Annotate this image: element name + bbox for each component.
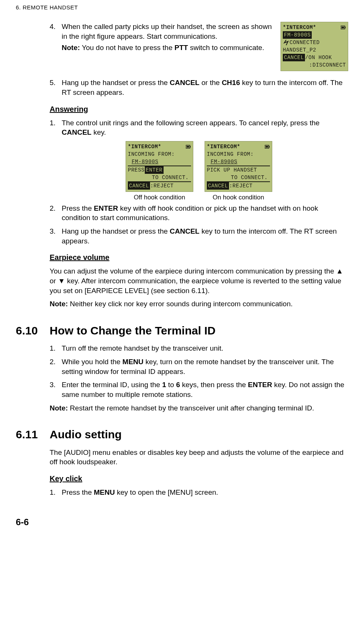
text: keys, then press the xyxy=(180,381,248,389)
step-number: 1. xyxy=(50,488,62,497)
text: key. xyxy=(91,128,106,136)
text: The control unit rings and the following… xyxy=(62,119,320,127)
lcd-title: *INTERCOM* xyxy=(128,143,161,150)
lcd-line: TO CONNECT. xyxy=(231,174,268,181)
answering-step-2-text: Press the ENTER key with off hook condit… xyxy=(62,204,348,223)
answering-heading: Answering xyxy=(50,104,348,114)
section-title: How to Change the Terminal ID xyxy=(50,323,215,339)
text: Press the xyxy=(62,488,94,496)
section-number: 6.10 xyxy=(16,323,50,339)
step-number: 3. xyxy=(50,226,62,246)
answering-step-1-text: The control unit rings and the following… xyxy=(62,118,348,137)
note-label: Note: xyxy=(62,44,80,52)
text: While you hold the xyxy=(62,358,123,366)
note-label: Note: xyxy=(50,404,68,412)
step-number: 2. xyxy=(50,357,62,376)
note-text-b: switch to communicate. xyxy=(188,44,264,52)
key-6: 6 xyxy=(176,381,180,389)
menu-key: MENU xyxy=(123,358,144,366)
running-header: 6. REMOTE HANDSET xyxy=(16,0,348,22)
lcd-line: INCOMING FROM: xyxy=(128,150,175,158)
lcd-foot-rest: /ON HOOK xyxy=(305,54,332,61)
s610-note: Note: Restart the remote handset by the … xyxy=(50,403,348,413)
lcd-title: *INTERCOM* xyxy=(283,24,316,31)
lcd-line1: FM-8900S xyxy=(283,31,312,39)
text: Press the xyxy=(62,204,94,212)
lcd-off-hook: *INTERCOM* INCOMING FROM: FM-8900S PRESS… xyxy=(126,141,193,192)
answering-step-1: 1. The control unit rings and the follow… xyxy=(50,118,348,137)
section-6-10-heading: 6.10 How to Change the Terminal ID xyxy=(16,323,348,339)
note-label: Note: xyxy=(50,300,68,308)
s610-step-1: 1. Turn off the remote handset by the tr… xyxy=(50,343,348,353)
answering-step-3: 3. Hang up the handset or press the CANC… xyxy=(50,226,348,246)
step-text: Press the MENU key to open the [MENU] sc… xyxy=(62,488,348,497)
cancel-key: CANCEL xyxy=(62,128,91,136)
svg-rect-2 xyxy=(341,27,344,28)
note-text: Neither key click nor key error sounds d… xyxy=(68,300,293,308)
text: or the xyxy=(199,79,221,87)
keyclick-heading: Key click xyxy=(50,474,348,484)
lcd-on-hook: *INTERCOM* INCOMING FROM: FM-8900S PICK … xyxy=(205,141,272,192)
step-number: 5. xyxy=(50,78,62,97)
note-text: Restart the remote handset by the transc… xyxy=(68,404,314,412)
zigzag-icon xyxy=(283,40,290,46)
step-number: 1. xyxy=(50,118,62,137)
lcd-line2: CONNECTED xyxy=(290,39,320,46)
svg-rect-5 xyxy=(187,146,189,147)
incoming-screens: *INTERCOM* INCOMING FROM: FM-8900S PRESS… xyxy=(50,141,348,202)
text: Hang up the handset or press the xyxy=(62,227,170,235)
lcd-line3: HANDSET_P2 xyxy=(283,46,316,54)
svg-rect-1 xyxy=(345,27,346,28)
svg-rect-8 xyxy=(265,146,268,147)
lcd-line: PRESS xyxy=(128,166,145,174)
battery-icon xyxy=(341,26,346,29)
lcd-line: TO CONNECT. xyxy=(152,174,189,181)
cancel-label: CANCEL xyxy=(128,182,150,190)
lcd-foot-inv: CANCEL xyxy=(283,54,305,61)
cancel-key: CANCEL xyxy=(170,227,199,235)
s610-step-3: 3. Enter the terminal ID, using the 1 to… xyxy=(50,380,348,399)
lcd-line: INCOMING FROM: xyxy=(207,150,254,158)
step-text: While you hold the MENU key, turn on the… xyxy=(62,357,348,376)
ptt-label: PTT xyxy=(174,44,188,52)
step-text: Enter the terminal ID, using the 1 to 6 … xyxy=(62,380,348,399)
section-number: 6.11 xyxy=(16,427,50,442)
earpiece-para: You can adjust the volume of the earpiec… xyxy=(50,266,348,295)
step-number: 3. xyxy=(50,380,62,399)
section-title: Audio setting xyxy=(50,427,122,442)
cancel-label: CANCEL xyxy=(207,182,229,190)
answering-step-3-text: Hang up the handset or press the CANCEL … xyxy=(62,226,348,246)
section-6-11-heading: 6.11 Audio setting xyxy=(16,427,348,442)
text: Enter the terminal ID, using the xyxy=(62,381,162,389)
cancel-key: CANCEL xyxy=(170,79,199,87)
lcd-connected: *INTERCOM* FM-8900S CONNECTED HANDSET_P2… xyxy=(281,22,348,71)
step-4: 4. When the called party picks up their … xyxy=(50,22,348,71)
earpiece-heading: Earpiece volume xyxy=(50,252,348,263)
lcd-foot2: :DISCONNECT xyxy=(309,61,346,69)
off-hook-caption: Off hook condition xyxy=(126,193,193,202)
step-text: Turn off the remote handset by the trans… xyxy=(62,343,348,353)
enter-label: ENTER xyxy=(145,166,164,174)
menu-key: MENU xyxy=(94,488,115,496)
lcd-title: *INTERCOM* xyxy=(207,143,240,150)
key-1: 1 xyxy=(162,381,166,389)
enter-key: ENTER xyxy=(94,204,118,212)
battery-icon xyxy=(265,145,270,149)
svg-rect-7 xyxy=(269,146,270,147)
page-number: 6-6 xyxy=(16,516,348,528)
step-5: 5. Hang up the handset or press the CANC… xyxy=(50,78,348,97)
note-text-a: You do not have to press the xyxy=(80,44,174,52)
text: Hang up the handset or press the xyxy=(62,79,170,87)
on-hook-caption: On hook condition xyxy=(205,193,272,202)
s611-intro: The [AUDIO] menu enables or disables key… xyxy=(50,448,348,467)
lcd-foot: :REJECT xyxy=(150,182,173,190)
s610-step-2: 2. While you hold the MENU key, turn on … xyxy=(50,357,348,376)
step-number: 4. xyxy=(50,22,62,71)
step-4-text: When the called party picks up their han… xyxy=(62,22,274,71)
earpiece-note: Note: Neither key click nor key error so… xyxy=(50,299,348,309)
text: to xyxy=(166,381,176,389)
lcd-line: FM-8900S xyxy=(132,158,158,166)
step-number: 1. xyxy=(50,343,62,353)
enter-key: ENTER xyxy=(248,381,272,389)
svg-rect-4 xyxy=(190,146,191,147)
